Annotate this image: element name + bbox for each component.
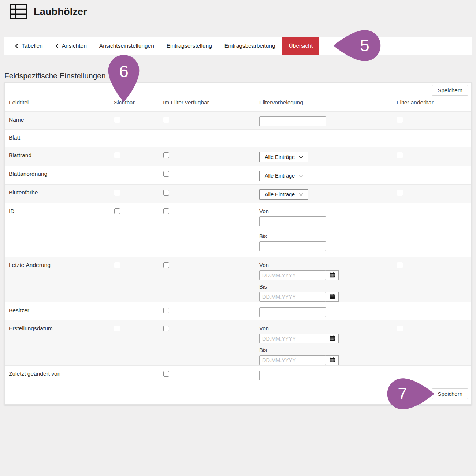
filter-aenderbar-cell: [397, 147, 471, 160]
column-header-sichtbar: Sichtbar: [114, 99, 163, 106]
calendar-button[interactable]: [326, 270, 339, 280]
save-button-top[interactable]: Speichern: [432, 85, 468, 96]
im-filter-verfuegbar-checkbox[interactable]: [163, 262, 169, 268]
save-button-bottom[interactable]: Speichern: [432, 388, 468, 399]
chevron-down-icon: [299, 191, 303, 196]
sichtbar-checkbox[interactable]: [114, 371, 120, 377]
sichtbar-cell: [114, 320, 163, 333]
im-filter-verfuegbar-checkbox[interactable]: [163, 371, 169, 377]
nav-item-label: Eintragserstellung: [167, 42, 212, 49]
von-date-input[interactable]: [259, 334, 326, 343]
sichtbar-checkbox[interactable]: [114, 262, 120, 268]
field-title: Zuletzt geändert von: [9, 371, 60, 377]
sichtbar-checkbox[interactable]: [114, 326, 120, 331]
im-filter-verfuegbar-checkbox[interactable]: [163, 308, 169, 313]
von-input[interactable]: [259, 216, 326, 226]
field-title: Erstellungsdatum: [9, 325, 53, 331]
bis-input[interactable]: [259, 241, 326, 251]
bis-date-group: [259, 292, 397, 302]
im-filter-verfuegbar-checkbox[interactable]: [163, 190, 169, 196]
sichtbar-cell: [114, 366, 163, 378]
sichtbar-checkbox[interactable]: [114, 190, 120, 196]
bis-date-group: [259, 355, 397, 365]
filtervorbelegung-cell: Alle Einträge: [259, 166, 397, 181]
filter-aenderbar-cell: [397, 366, 471, 378]
nav-item-label: Eintragsbearbeitung: [224, 42, 275, 49]
field-title: ID: [9, 208, 15, 214]
filtervorbelegung-select[interactable]: Alle Einträge: [259, 152, 308, 162]
von-label: Von: [259, 208, 397, 214]
nav-item-ansichten[interactable]: Ansichten: [49, 37, 93, 55]
im-filter-verfuegbar-checkbox[interactable]: [163, 171, 169, 177]
calendar-button[interactable]: [326, 355, 339, 365]
sichtbar-cell: [114, 130, 163, 142]
filtervorbelegung-cell: VonBis: [259, 320, 397, 365]
filtervorbelegung-cell: [259, 112, 397, 126]
filter-aenderbar-checkbox[interactable]: [397, 152, 403, 158]
navbar: Tabellen Ansichten Ansichtseinstellungen…: [4, 37, 472, 55]
nav-item-label: Tabellen: [22, 42, 43, 49]
calendar-button[interactable]: [326, 292, 339, 302]
sichtbar-cell: [114, 147, 163, 160]
field-title-cell: Blütenfarbe: [9, 185, 114, 196]
sichtbar-checkbox[interactable]: [114, 308, 120, 313]
von-date-group: [259, 334, 397, 343]
filter-aenderbar-checkbox[interactable]: [397, 308, 403, 313]
im-filter-verfuegbar-cell: [163, 302, 259, 315]
filter-aenderbar-checkbox[interactable]: [397, 326, 403, 331]
nav-item-uebersicht[interactable]: Übersicht: [282, 37, 319, 55]
nav-item-ansichtseinstellungen[interactable]: Ansichtseinstellungen: [93, 37, 160, 55]
filter-aenderbar-cell: [397, 320, 471, 333]
table-row: Zuletzt geändert von: [5, 365, 471, 383]
filtervorbelegung-cell: [259, 302, 397, 317]
nav-item-eintragsbearbeitung[interactable]: Eintragsbearbeitung: [218, 37, 282, 55]
von-date-input[interactable]: [259, 270, 326, 280]
filter-aenderbar-checkbox[interactable]: [397, 208, 403, 214]
sichtbar-checkbox[interactable]: [114, 171, 120, 177]
im-filter-verfuegbar-checkbox[interactable]: [163, 152, 169, 158]
bis-date-input[interactable]: [259, 292, 326, 302]
sichtbar-checkbox[interactable]: [114, 208, 120, 214]
im-filter-verfuegbar-checkbox[interactable]: [163, 326, 169, 331]
table-row: Name: [5, 111, 471, 129]
filter-aenderbar-cell: [397, 112, 471, 124]
chevron-left-icon: [55, 44, 59, 48]
filtervorbelegung-input[interactable]: [259, 371, 326, 380]
calendar-button[interactable]: [326, 334, 339, 343]
filtervorbelegung-select[interactable]: Alle Einträge: [259, 189, 308, 200]
im-filter-verfuegbar-checkbox[interactable]: [163, 117, 169, 123]
annotation-number-6: 6: [113, 60, 135, 82]
im-filter-verfuegbar-cell: [163, 320, 259, 333]
field-title-cell: Name: [9, 112, 114, 123]
nav-item-eintragserstellung[interactable]: Eintragserstellung: [160, 37, 218, 55]
sichtbar-cell: [114, 166, 163, 178]
filtervorbelegung-input[interactable]: [259, 116, 326, 126]
filtervorbelegung-select[interactable]: Alle Einträge: [259, 171, 308, 181]
field-title-cell: Blattanordnung: [9, 166, 114, 177]
bis-date-input[interactable]: [259, 355, 326, 365]
sichtbar-cell: [114, 185, 163, 197]
bis-label: Bis: [259, 347, 397, 353]
sichtbar-checkbox[interactable]: [114, 152, 120, 158]
filter-aenderbar-checkbox[interactable]: [397, 117, 403, 123]
im-filter-verfuegbar-cell: [163, 147, 259, 160]
calendar-icon: [330, 357, 335, 364]
filter-aenderbar-checkbox[interactable]: [397, 171, 403, 177]
filter-aenderbar-checkbox[interactable]: [397, 371, 403, 377]
sichtbar-cell: [114, 257, 163, 269]
von-label: Von: [259, 325, 397, 331]
select-value: Alle Einträge: [265, 154, 295, 160]
sichtbar-checkbox[interactable]: [114, 135, 120, 141]
filter-aenderbar-checkbox[interactable]: [397, 190, 403, 196]
von-date-group: [259, 270, 397, 280]
sichtbar-checkbox[interactable]: [114, 117, 120, 123]
chevron-down-icon: [299, 154, 303, 158]
table-row: Letzte ÄnderungVonBis: [5, 257, 471, 302]
filter-aenderbar-checkbox[interactable]: [397, 262, 403, 268]
nav-item-tabellen[interactable]: Tabellen: [9, 37, 49, 55]
field-title: Blattanordnung: [9, 171, 47, 177]
filter-aenderbar-cell: [397, 185, 471, 197]
filtervorbelegung-input[interactable]: [259, 307, 326, 317]
chevron-down-icon: [299, 173, 303, 177]
im-filter-verfuegbar-checkbox[interactable]: [163, 208, 169, 214]
